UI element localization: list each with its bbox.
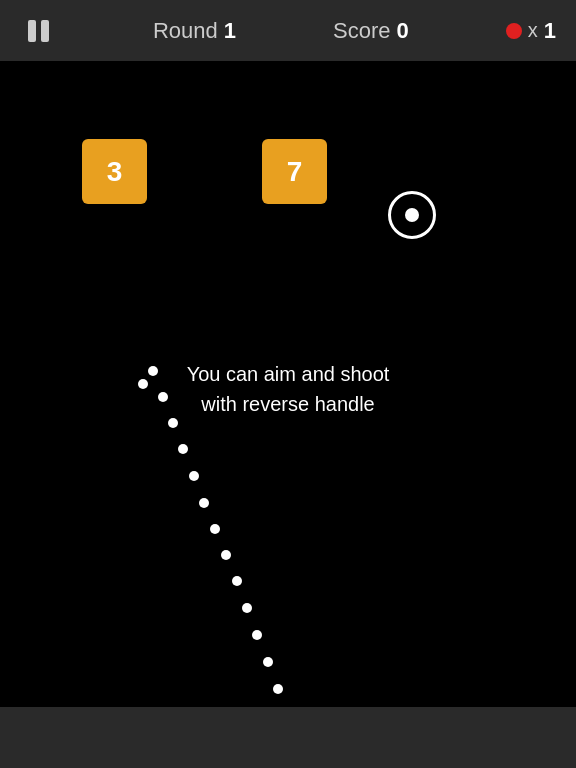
score-value: 0 <box>397 18 409 44</box>
round-group: Round 1 <box>153 18 236 44</box>
block-3-value: 3 <box>107 156 123 188</box>
game-area[interactable]: 3 7 You can aim and shoot with reverse h… <box>0 61 576 768</box>
block-3[interactable]: 3 <box>82 139 147 204</box>
score-label: Score <box>333 18 390 44</box>
pause-bar-right <box>41 20 49 42</box>
round-label: Round <box>153 18 218 44</box>
life-icon <box>506 23 522 39</box>
bottombar <box>0 707 576 768</box>
lives-group: x 1 <box>506 18 556 44</box>
lives-x: x <box>528 19 538 42</box>
pause-button[interactable] <box>20 13 56 49</box>
block-7-value: 7 <box>287 156 303 188</box>
pause-bar-left <box>28 20 36 42</box>
target-inner <box>405 208 419 222</box>
score-group: Score 0 <box>333 18 409 44</box>
round-value: 1 <box>224 18 236 44</box>
tooltip-line1: You can aim and shoot <box>187 359 390 389</box>
target-circle <box>388 191 436 239</box>
tooltip: You can aim and shoot with reverse handl… <box>187 359 390 419</box>
block-7[interactable]: 7 <box>262 139 327 204</box>
lives-count: 1 <box>544 18 556 44</box>
topbar: Round 1 Score 0 x 1 <box>0 0 576 61</box>
tooltip-line2: with reverse handle <box>187 389 390 419</box>
